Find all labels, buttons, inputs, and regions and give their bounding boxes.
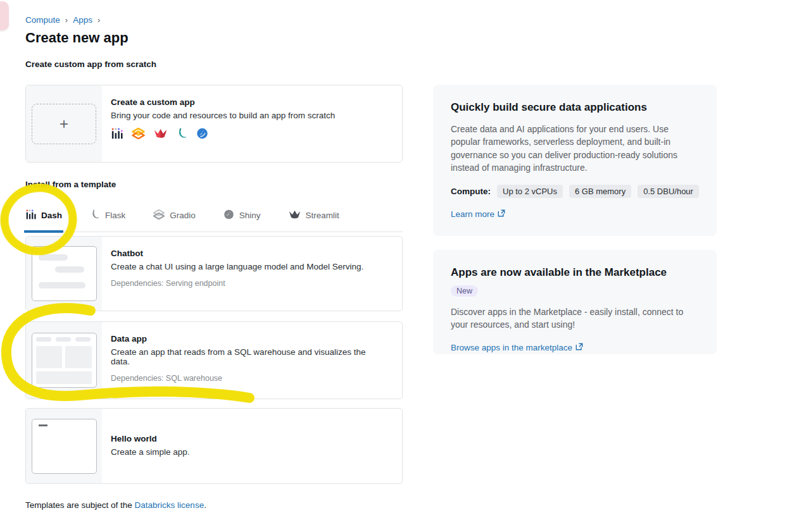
learn-more-link[interactable]: Learn more — [451, 209, 505, 219]
breadcrumb-compute[interactable]: Compute — [25, 15, 60, 25]
gradio-tab-icon — [153, 209, 165, 221]
build-apps-info-card: Quickly build secure data applications C… — [433, 85, 717, 236]
compute-specs-row: Compute: Up to 2 vCPUs 6 GB memory 0.5 D… — [451, 185, 699, 198]
tab-flask-label: Flask — [105, 211, 125, 220]
tab-gradio-label: Gradio — [170, 211, 196, 220]
tab-shiny[interactable]: Shiny — [223, 206, 261, 232]
chatbot-title: Chatbot — [111, 249, 363, 258]
gradio-icon — [132, 128, 145, 139]
data-app-title: Data app — [111, 334, 387, 343]
add-app-dashed-box: + — [32, 104, 96, 144]
breadcrumb-separator: › — [65, 15, 68, 25]
chatbot-dependencies: Dependencies: Serving endpoint — [111, 279, 363, 288]
custom-section-label: Create custom app from scratch — [25, 59, 156, 69]
tab-shiny-label: Shiny — [239, 211, 261, 220]
tab-streamlit-label: Streamlit — [306, 211, 339, 220]
marketplace-body: Discover apps in the Marketplace - easil… — [451, 306, 699, 331]
hello-world-thumbnail-zone — [26, 409, 102, 483]
template-section-label: Install from a template — [25, 180, 116, 189]
marketplace-info-card: Apps are now available in the Marketplac… — [433, 250, 717, 354]
tab-dash[interactable]: Dash — [25, 206, 62, 232]
custom-app-title: Create a custom app — [111, 97, 335, 107]
marketplace-title: Apps are now available in the Marketplac… — [451, 266, 667, 279]
external-link-icon — [498, 209, 505, 219]
streamlit-icon — [154, 128, 167, 139]
license-note: Templates are subject of the Databricks … — [25, 500, 206, 510]
data-app-dependencies: Dependencies: SQL warehouse — [111, 374, 387, 383]
plus-icon: + — [60, 116, 68, 132]
flask-icon — [176, 128, 187, 139]
dash-tab-icon — [25, 209, 36, 221]
template-card-chatbot[interactable]: Chatbot Create a chat UI using a large l… — [25, 236, 403, 311]
edge-pink-blob — [0, 1, 9, 30]
chatbot-description: Create a chat UI using a large language … — [111, 262, 363, 271]
template-card-data-app[interactable]: Data app Create an app that reads from a… — [25, 321, 403, 399]
license-note-text: Templates are subject of the — [25, 500, 135, 510]
chatbot-thumbnail-zone — [26, 237, 102, 311]
external-link-icon — [575, 343, 583, 352]
hello-world-description: Create a simple app. — [111, 447, 190, 457]
hello-world-title: Hello world — [111, 434, 190, 443]
create-custom-app-card[interactable]: + Create a custom app Bring your code an… — [25, 85, 403, 163]
dbu-badge: 0.5 DBU/hour — [638, 185, 699, 198]
tab-flask[interactable]: Flask — [90, 206, 125, 232]
breadcrumb-apps[interactable]: Apps — [73, 15, 92, 25]
new-badge: New — [451, 285, 478, 297]
databricks-license-link[interactable]: Databricks license — [135, 500, 204, 510]
flask-tab-icon — [90, 209, 100, 221]
memory-badge: 6 GB memory — [569, 185, 631, 198]
custom-app-thumbnail-zone: + — [26, 85, 102, 162]
browse-marketplace-label: Browse apps in the marketplace — [451, 343, 572, 352]
template-card-hello-world[interactable]: Hello world Create a simple app. — [25, 408, 403, 484]
learn-more-label: Learn more — [451, 209, 494, 219]
compute-label: Compute: — [451, 187, 491, 196]
build-apps-body: Create data and AI applications for your… — [451, 123, 699, 174]
custom-app-description: Bring your code and resources to build a… — [111, 111, 335, 120]
tab-dash-label: Dash — [41, 211, 62, 220]
license-note-period: . — [204, 500, 206, 510]
tab-streamlit[interactable]: Streamlit — [289, 206, 339, 232]
tab-gradio[interactable]: Gradio — [153, 206, 196, 232]
framework-icon-row — [111, 128, 335, 139]
data-app-thumbnail-zone — [26, 322, 102, 399]
chatbot-thumbnail — [32, 246, 97, 301]
hello-world-thumbnail — [32, 419, 97, 474]
shiny-tab-icon — [223, 209, 234, 221]
browse-marketplace-link[interactable]: Browse apps in the marketplace — [451, 343, 583, 352]
breadcrumb-separator: › — [97, 15, 100, 25]
breadcrumb: Compute › Apps › — [25, 15, 100, 25]
data-app-thumbnail — [32, 333, 97, 388]
page-title: Create new app — [25, 30, 129, 46]
data-app-description: Create an app that reads from a SQL ware… — [111, 347, 387, 366]
dash-icon — [111, 128, 123, 139]
shiny-icon — [196, 128, 208, 139]
build-apps-title: Quickly build secure data applications — [451, 101, 647, 114]
streamlit-tab-icon — [289, 209, 301, 221]
vcpu-badge: Up to 2 vCPUs — [497, 185, 563, 198]
template-tabs: Dash Flask Gradio Shiny Streamlit — [25, 206, 403, 232]
